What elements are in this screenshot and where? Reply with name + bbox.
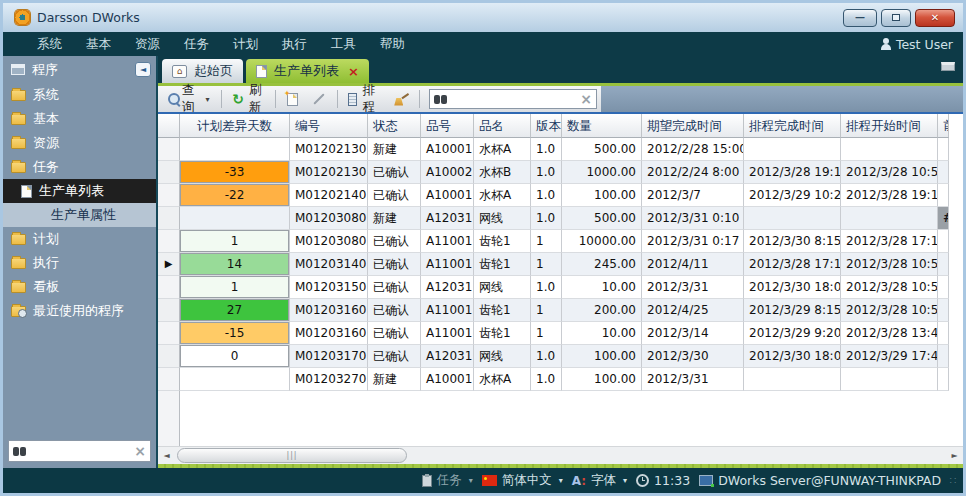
table-row[interactable]: M012032701新建A10001水杯A1.0100.002012/3/31 [158,368,963,391]
panel-list-icon[interactable] [941,62,955,71]
menu-item-3[interactable]: 任务 [172,33,221,56]
row-selector-cell[interactable] [158,207,180,230]
column-header-overflow[interactable]: 前 [938,114,949,138]
cell-item_no: A10001 [421,184,474,207]
toolbar-search-clear-icon[interactable]: × [580,92,592,106]
cell-version: 1.0 [531,161,562,184]
column-header-due[interactable]: 期望完成时间 [642,114,744,138]
sidebar-item-1[interactable]: 基本 [3,107,156,131]
menu-item-1[interactable]: 基本 [74,33,123,56]
column-header-status[interactable]: 状态 [368,114,421,138]
scroll-right-icon[interactable]: ► [946,447,963,465]
clock-icon [636,474,649,487]
close-button[interactable]: ✕ [915,9,955,27]
row-selector-cell[interactable] [158,161,180,184]
statusbar-task-menu[interactable]: 任务 ▾ [422,472,473,489]
menu-item-2[interactable]: 资源 [123,33,172,56]
column-header-sched_start[interactable]: 排程开始时间 [841,114,938,138]
table-row[interactable]: 1M012031501已确认A12031网线1.010.002012/3/312… [158,276,963,299]
row-selector-cell[interactable] [158,276,180,299]
table-row[interactable]: ▶14M012031402已确认A11001齿轮11245.002012/4/1… [158,253,963,276]
toolbar-search-input[interactable] [451,92,580,106]
table-row[interactable]: -33M012021302已确认A10002水杯B1.01000.002012/… [158,161,963,184]
resize-grip[interactable]: ⸬ [950,475,957,486]
restore-icon [892,14,900,21]
table-row[interactable]: 0M012031701已确认A12031网线1.0100.002012/3/30… [158,345,963,368]
sidebar-item-0[interactable]: 系统 [3,83,156,107]
row-selector-cell[interactable] [158,322,180,345]
folder-icon [11,114,26,125]
table-row[interactable]: 1M012030802已确认A11001齿轮1110000.002012/3/3… [158,230,963,253]
column-header-version[interactable]: 版本 [531,114,562,138]
row-selector-cell[interactable] [158,368,180,391]
sidebar-collapse-button[interactable]: ◄ [135,62,151,77]
cell-item_no: A12031 [421,276,474,299]
toolbar-button-pencil[interactable] [306,96,332,102]
row-selector-cell[interactable] [158,345,180,368]
scroll-left-icon[interactable]: ◄ [158,447,175,465]
toolbar-button-broom[interactable] [388,91,414,108]
sidebar-search-clear-icon[interactable]: × [134,444,146,458]
tab-close-icon[interactable]: × [348,65,359,78]
cell-item_no: A10002 [421,161,474,184]
magnifier-icon [168,93,177,106]
sidebar-item-5[interactable]: 生产单属性 [3,203,156,227]
menu-item-4[interactable]: 计划 [221,33,270,56]
sidebar-item-6[interactable]: 计划 [3,227,156,251]
chevron-down-icon: ▾ [469,476,473,485]
cell-sched_start: 2012/3/29 17:46 [841,345,938,368]
minimize-button[interactable]: — [843,9,877,27]
row-selector-cell[interactable] [158,299,180,322]
table-row[interactable]: -22M012021401已确认A10001水杯A1.0100.002012/3… [158,184,963,207]
menu-item-0[interactable]: 系统 [25,33,74,56]
restore-button[interactable] [881,9,911,27]
scrollbar-track[interactable]: ||| [175,447,946,465]
table-row[interactable]: 27M012031601已确认A11001齿轮11200.002012/4/25… [158,299,963,322]
user-icon [880,38,891,50]
table-row[interactable]: -15M012031602已确认A11001齿轮1110.002012/3/14… [158,322,963,345]
statusbar-font-menu[interactable]: A: 字体 ▾ [572,472,627,489]
cell-item_no: A12031 [421,345,474,368]
cell-due: 2012/4/25 [642,299,744,322]
statusbar-language-menu[interactable]: 简体中文 ▾ [482,472,563,489]
menu-item-7[interactable]: 帮助 [368,33,417,56]
scrollbar-thumb[interactable]: ||| [177,448,407,463]
table-row[interactable]: M012030801新建A12031网线1.0500.002012/3/31 0… [158,207,963,230]
sidebar-item-8[interactable]: 看板 [3,275,156,299]
column-header-item_no[interactable]: 品号 [421,114,474,138]
sidebar-item-9[interactable]: 最近使用的程序 [3,299,156,323]
sidebar-search-input[interactable] [30,444,134,458]
cell-version: 1.0 [531,276,562,299]
cell-no: M012021301 [290,138,368,161]
row-selector-cell[interactable] [158,138,180,161]
chevron-down-icon: ▾ [206,95,210,104]
sidebar-item-4[interactable]: 生产单列表 [3,179,156,203]
column-header-diff[interactable]: 计划差异天数 [180,114,290,138]
china-flag-icon [482,475,497,486]
cell-item_name: 齿轮1 [474,322,531,345]
tab-1[interactable]: 生产单列表× [246,59,369,83]
menu-item-5[interactable]: 执行 [270,33,319,56]
cell-due: 2012/3/31 [642,368,744,391]
row-selector-cell[interactable]: ▶ [158,253,180,276]
language-label: 简体中文 [502,472,552,489]
sidebar-item-2[interactable]: 资源 [3,131,156,155]
cell-sched_end: 2012/3/30 18:00 [744,276,841,299]
row-selector-cell[interactable] [158,230,180,253]
column-header-qty[interactable]: 数量 [562,114,642,138]
column-header-sched_end[interactable]: 排程完成时间 [744,114,841,138]
menu-item-6[interactable]: 工具 [319,33,368,56]
toolbar-button-new-doc[interactable] [281,91,304,108]
sidebar-item-label: 生产单列表 [39,182,104,200]
column-header-gutter[interactable] [158,114,180,138]
column-header-no[interactable]: 编号 [290,114,368,138]
column-header-item_name[interactable]: 品名 [474,114,531,138]
cell-no: M012031701 [290,345,368,368]
table-row[interactable]: M012021301新建A10001水杯A1.0500.002012/2/28 … [158,138,963,161]
tab-0[interactable]: ⌂起始页 [162,59,243,83]
cell-item_no: A11001 [421,253,474,276]
user-area[interactable]: Test User [880,37,953,52]
sidebar-item-7[interactable]: 执行 [3,251,156,275]
row-selector-cell[interactable] [158,184,180,207]
sidebar-item-3[interactable]: 任务 [3,155,156,179]
